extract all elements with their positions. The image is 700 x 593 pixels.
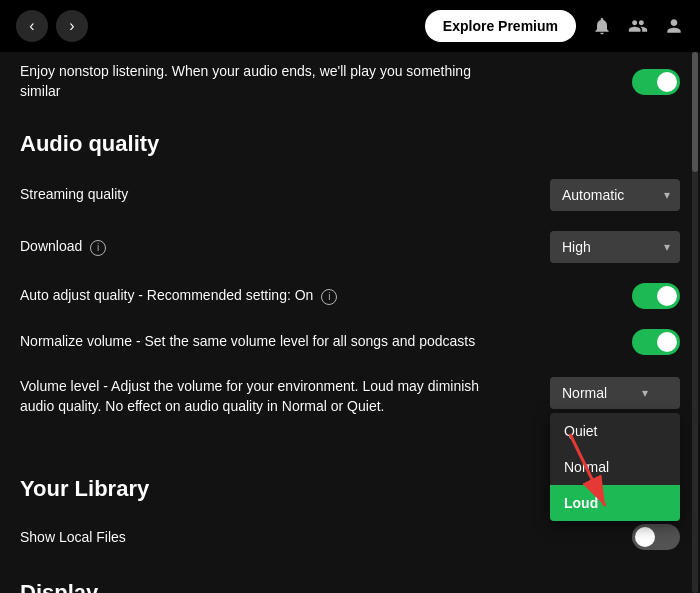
streaming-quality-select-wrap: Automatic Low Normal High Very high ▾ bbox=[550, 179, 680, 211]
volume-level-setting: Volume level - Adjust the volume for you… bbox=[20, 365, 680, 426]
autoplay-slider bbox=[632, 69, 680, 95]
download-select-wrap: Low Normal High Very high ▾ bbox=[550, 231, 680, 263]
back-button[interactable]: ‹ bbox=[16, 10, 48, 42]
auto-adjust-info-icon[interactable]: i bbox=[321, 289, 337, 305]
audio-quality-heading: Audio quality bbox=[20, 131, 680, 157]
forward-button[interactable]: › bbox=[56, 10, 88, 42]
show-local-files-toggle[interactable] bbox=[632, 524, 680, 550]
auto-adjust-toggle[interactable] bbox=[632, 283, 680, 309]
bell-icon bbox=[592, 16, 612, 36]
autoplay-setting: Enjoy nonstop listening. When your audio… bbox=[20, 52, 680, 111]
auto-adjust-label: Auto adjust quality - Recommended settin… bbox=[20, 286, 500, 306]
scrollbar-track bbox=[692, 52, 698, 593]
scrollbar-thumb[interactable] bbox=[692, 52, 698, 172]
download-setting: Download i Low Normal High Very high ▾ bbox=[20, 221, 680, 273]
friends-button[interactable] bbox=[628, 16, 648, 36]
streaming-quality-label: Streaming quality bbox=[20, 185, 500, 205]
volume-level-current[interactable]: Normal ▾ bbox=[550, 377, 680, 409]
display-heading: Display bbox=[20, 580, 680, 593]
volume-option-quiet[interactable]: Quiet bbox=[550, 413, 680, 449]
normalize-toggle[interactable] bbox=[632, 329, 680, 355]
normalize-setting: Normalize volume - Set the same volume l… bbox=[20, 319, 680, 365]
download-info-icon[interactable]: i bbox=[90, 240, 106, 256]
show-local-files-setting: Show Local Files bbox=[20, 514, 680, 560]
download-label: Download i bbox=[20, 237, 500, 257]
streaming-quality-select[interactable]: Automatic Low Normal High Very high bbox=[550, 179, 680, 211]
notifications-button[interactable] bbox=[592, 16, 612, 36]
streaming-quality-setting: Streaming quality Automatic Low Normal H… bbox=[20, 169, 680, 221]
autoplay-label: Enjoy nonstop listening. When your audio… bbox=[20, 62, 500, 101]
show-local-files-label: Show Local Files bbox=[20, 528, 500, 548]
topbar-right: Explore Premium bbox=[425, 10, 684, 42]
autoplay-toggle[interactable] bbox=[632, 69, 680, 95]
volume-option-normal[interactable]: Normal bbox=[550, 449, 680, 485]
explore-premium-button[interactable]: Explore Premium bbox=[425, 10, 576, 42]
normalize-slider bbox=[632, 329, 680, 355]
volume-level-label: Volume level - Adjust the volume for you… bbox=[20, 377, 500, 416]
auto-adjust-slider bbox=[632, 283, 680, 309]
download-select[interactable]: Low Normal High Very high bbox=[550, 231, 680, 263]
profile-button[interactable] bbox=[664, 16, 684, 36]
volume-level-select-wrap: Normal ▾ Quiet Normal Loud bbox=[550, 377, 680, 409]
volume-chevron-icon: ▾ bbox=[642, 386, 648, 400]
settings-content: Enjoy nonstop listening. When your audio… bbox=[0, 52, 700, 593]
volume-current-value: Normal bbox=[562, 385, 607, 401]
topbar: ‹ › Explore Premium bbox=[0, 0, 700, 52]
nav-buttons: ‹ › bbox=[16, 10, 88, 42]
normalize-label: Normalize volume - Set the same volume l… bbox=[20, 332, 500, 352]
volume-option-loud[interactable]: Loud bbox=[550, 485, 680, 521]
volume-dropdown: Quiet Normal Loud bbox=[550, 413, 680, 521]
profile-icon bbox=[664, 16, 684, 36]
friends-icon bbox=[628, 16, 648, 36]
auto-adjust-setting: Auto adjust quality - Recommended settin… bbox=[20, 273, 680, 319]
show-local-files-slider bbox=[632, 524, 680, 550]
